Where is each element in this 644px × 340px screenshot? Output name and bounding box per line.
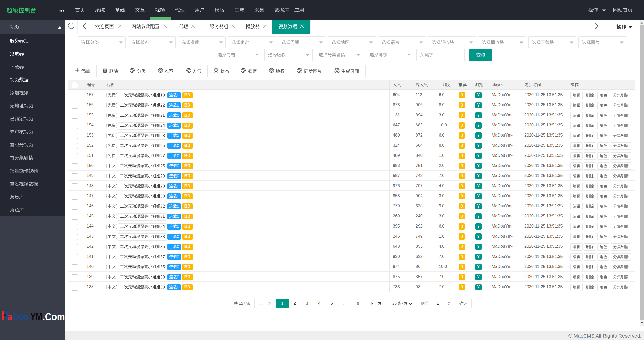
svg-text:0: 0: [461, 143, 463, 148]
svg-text:1.0: 1.0: [439, 153, 444, 158]
svg-text:353: 353: [416, 244, 423, 249]
svg-text:153: 153: [87, 133, 94, 137]
svg-text:3: 3: [306, 301, 308, 306]
svg-text:5: 5: [331, 301, 333, 306]
svg-text:743: 743: [416, 173, 423, 178]
svg-text:904: 904: [416, 194, 423, 198]
svg-text:Y: Y: [477, 93, 480, 97]
svg-text:Y: Y: [477, 164, 480, 168]
svg-text:840: 840: [416, 153, 423, 158]
svg-text:Y: Y: [477, 153, 480, 158]
svg-text:0: 0: [461, 254, 463, 259]
svg-text:Dou: Dou: [13, 311, 29, 323]
svg-text:0: 0: [461, 265, 463, 269]
svg-text:749: 749: [416, 234, 423, 238]
svg-text:147: 147: [87, 194, 94, 198]
svg-text:157: 157: [87, 93, 94, 97]
svg-text:0: 0: [461, 103, 463, 107]
svg-text:0: 0: [461, 194, 463, 198]
svg-text:BD: BD: [184, 254, 190, 259]
svg-text:830: 830: [393, 254, 400, 259]
svg-text:2020-11-25 13:51:35: 2020-11-25 13:51:35: [524, 173, 563, 178]
svg-text:149: 149: [87, 173, 94, 178]
svg-text:MaDouYm-: MaDouYm-: [492, 103, 513, 107]
svg-text:292: 292: [416, 224, 423, 228]
svg-text:MaDouYm-: MaDouYm-: [492, 254, 513, 259]
svg-text:1.0: 1.0: [439, 234, 444, 238]
svg-text:395: 395: [393, 224, 400, 228]
svg-text:MaDouYm-: MaDouYm-: [492, 133, 513, 137]
svg-text:MaDouYm-: MaDouYm-: [492, 143, 513, 147]
svg-text:7.0: 7.0: [439, 254, 444, 259]
svg-text:974: 974: [393, 264, 400, 269]
svg-text:BD: BD: [184, 93, 190, 97]
svg-text:684: 684: [416, 143, 423, 147]
svg-text:98: 98: [416, 285, 420, 289]
svg-text:647: 647: [393, 123, 400, 127]
svg-text:BD: BD: [184, 214, 190, 218]
svg-text:BD: BD: [184, 244, 190, 249]
svg-text:6.0: 6.0: [439, 224, 444, 228]
svg-text:MaDouYm-: MaDouYm-: [492, 123, 513, 127]
svg-text:MaDouYm-: MaDouYm-: [492, 93, 513, 97]
svg-text:480: 480: [393, 133, 400, 137]
svg-text:Y: Y: [477, 254, 480, 259]
svg-text:1: 1: [281, 301, 284, 306]
svg-text:139: 139: [87, 274, 94, 279]
svg-text:0: 0: [461, 285, 463, 289]
svg-text:0: 0: [461, 244, 463, 249]
svg-text:7.0: 7.0: [439, 173, 444, 178]
svg-text:2020-11-25 13:51:35: 2020-11-25 13:51:35: [524, 123, 563, 127]
svg-text:Y: Y: [477, 123, 480, 128]
svg-text:152: 152: [87, 143, 94, 147]
svg-text:Y: Y: [477, 103, 480, 107]
svg-text:© MacCMS All Rights Reserved.: © MacCMS All Rights Reserved.: [568, 333, 641, 339]
svg-text:8: 8: [357, 301, 359, 306]
svg-text:143: 143: [87, 234, 94, 238]
svg-text:YM: YM: [30, 311, 42, 323]
svg-text:0: 0: [461, 153, 463, 158]
svg-text:3.0: 3.0: [439, 194, 444, 198]
svg-text:MaDouYm-: MaDouYm-: [492, 244, 513, 249]
svg-text:0: 0: [461, 113, 463, 117]
svg-text:141: 141: [87, 254, 94, 259]
svg-text:MaDouYm-: MaDouYm-: [492, 264, 513, 269]
svg-text:Y: Y: [477, 244, 480, 249]
svg-text:2020-11-25 13:51:35: 2020-11-25 13:51:35: [524, 194, 563, 198]
svg-text:MaDouYm-: MaDouYm-: [492, 183, 513, 188]
svg-text:2020-11-25 13:51:35: 2020-11-25 13:51:35: [524, 143, 563, 147]
svg-text:2020-11-25 13:51:35: 2020-11-25 13:51:35: [524, 204, 563, 208]
svg-text:894: 894: [416, 113, 423, 117]
svg-text:Y: Y: [477, 143, 480, 148]
svg-text:2020-11-25 13:51:35: 2020-11-25 13:51:35: [524, 183, 563, 188]
svg-text:131: 131: [393, 113, 400, 117]
svg-text:2020-11-25 13:51:35: 2020-11-25 13:51:35: [524, 224, 563, 228]
svg-text:976: 976: [393, 183, 400, 188]
svg-text:6.0: 6.0: [439, 133, 444, 137]
svg-text:Y: Y: [477, 174, 480, 178]
svg-text:1: 1: [437, 301, 439, 306]
svg-text:BD: BD: [184, 285, 190, 289]
svg-text:2020-11-25 13:51:35: 2020-11-25 13:51:35: [524, 244, 563, 249]
svg-text:MaDouYm-: MaDouYm-: [492, 153, 513, 158]
svg-text:2.0: 2.0: [439, 163, 444, 168]
svg-text:2: 2: [294, 301, 296, 306]
svg-text:983: 983: [393, 163, 400, 168]
svg-text:Y: Y: [477, 113, 480, 117]
svg-text:2020-11-25 13:51:35: 2020-11-25 13:51:35: [524, 234, 563, 238]
svg-text:112: 112: [416, 93, 422, 97]
svg-text:0: 0: [461, 204, 463, 208]
svg-text:MaDouYm-: MaDouYm-: [492, 274, 513, 279]
svg-text:873: 873: [393, 103, 400, 107]
svg-text:2020-11-25 13:51:35: 2020-11-25 13:51:35: [524, 93, 563, 97]
svg-text:0: 0: [461, 214, 463, 218]
svg-text:872: 872: [416, 133, 423, 137]
svg-text:BD: BD: [184, 234, 190, 239]
svg-text:269: 269: [393, 214, 400, 218]
svg-text:0: 0: [461, 93, 463, 97]
svg-text:MaDouYm-: MaDouYm-: [492, 224, 513, 228]
svg-text:10.0: 10.0: [439, 123, 447, 127]
svg-text:BD: BD: [184, 164, 190, 168]
svg-text:2020-11-25 13:51:35: 2020-11-25 13:51:35: [524, 254, 563, 259]
svg-text:587: 587: [393, 173, 400, 178]
